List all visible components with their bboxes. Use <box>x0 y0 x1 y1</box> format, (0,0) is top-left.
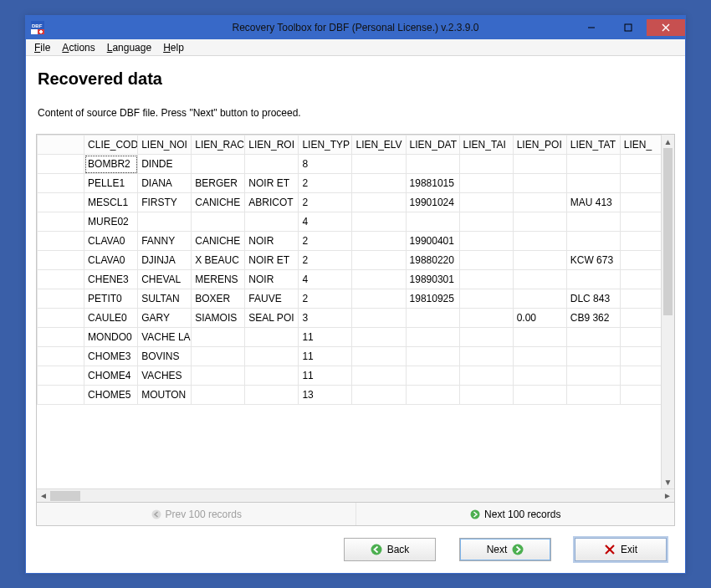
cell[interactable] <box>192 155 245 174</box>
cell[interactable]: BOVINS <box>138 347 192 366</box>
cell[interactable]: 19810925 <box>406 289 459 309</box>
scroll-down-icon[interactable]: ▼ <box>662 475 674 488</box>
cell[interactable]: 11 <box>299 328 352 347</box>
cell[interactable] <box>352 386 406 405</box>
cell[interactable]: FAUVE <box>245 289 299 309</box>
cell[interactable] <box>406 386 459 405</box>
cell[interactable] <box>245 386 299 405</box>
column-header[interactable]: LIEN_NOI <box>138 135 192 155</box>
cell[interactable]: CLAVA0 <box>84 232 138 251</box>
next-button[interactable]: Next <box>459 538 551 561</box>
cell[interactable]: DIANA <box>138 174 192 193</box>
cell[interactable] <box>352 193 406 212</box>
cell[interactable]: VACHES <box>138 366 192 386</box>
table-row[interactable]: CHOME3BOVINS11 <box>38 347 674 366</box>
cell[interactable] <box>513 251 566 270</box>
cell[interactable] <box>245 155 299 174</box>
cell[interactable] <box>513 366 566 386</box>
cell[interactable]: 11 <box>299 347 352 366</box>
cell[interactable]: DINDE <box>138 155 192 174</box>
cell[interactable]: CANICHE <box>192 193 245 212</box>
cell[interactable] <box>245 212 299 232</box>
cell[interactable]: KCW 673 <box>566 251 620 270</box>
column-header[interactable]: LIEN_TAI <box>459 135 513 155</box>
table-row[interactable]: CHOME4VACHES11 <box>38 366 674 386</box>
menu-actions[interactable]: Actions <box>57 41 100 54</box>
cell[interactable]: MAU 413 <box>566 193 620 212</box>
column-header[interactable]: LIEN_TAT <box>566 135 620 155</box>
cell[interactable] <box>459 251 513 270</box>
column-header[interactable]: LIEN_ROI <box>245 135 299 155</box>
prev-records-button[interactable]: Prev 100 records <box>37 503 356 525</box>
vertical-scrollbar[interactable]: ▲ ▼ <box>661 135 674 488</box>
cell[interactable] <box>406 155 459 174</box>
cell[interactable]: CHOME5 <box>84 386 138 405</box>
cell[interactable] <box>566 328 620 347</box>
cell[interactable] <box>406 309 459 328</box>
cell[interactable] <box>192 366 245 386</box>
column-header[interactable]: LIEN_ELV <box>352 135 406 155</box>
table-row[interactable]: PETIT0SULTANBOXERFAUVE219810925DLC 843 <box>38 289 674 309</box>
cell[interactable] <box>352 251 406 270</box>
cell[interactable]: NOIR <box>245 232 299 251</box>
cell[interactable] <box>513 289 566 309</box>
scroll-left-icon[interactable]: ◄ <box>37 489 50 503</box>
cell[interactable] <box>406 212 459 232</box>
cell[interactable] <box>459 366 513 386</box>
cell[interactable] <box>513 328 566 347</box>
cell[interactable]: 0.00 <box>513 309 566 328</box>
horizontal-scrollbar[interactable]: ◄ ► <box>37 488 674 502</box>
cell[interactable] <box>566 174 620 193</box>
cell[interactable] <box>513 155 566 174</box>
horizontal-scroll-thumb[interactable] <box>50 491 80 501</box>
cell[interactable] <box>513 347 566 366</box>
cell[interactable]: CLAVA0 <box>84 251 138 270</box>
cell[interactable] <box>245 328 299 347</box>
cell[interactable] <box>138 212 192 232</box>
cell[interactable]: 2 <box>299 289 352 309</box>
cell[interactable]: GARY <box>138 309 192 328</box>
cell[interactable] <box>566 366 620 386</box>
cell[interactable]: 4 <box>299 212 352 232</box>
cell[interactable]: 8 <box>299 155 352 174</box>
cell[interactable] <box>459 232 513 251</box>
cell[interactable]: 3 <box>299 309 352 328</box>
cell[interactable]: X BEAUC <box>192 251 245 270</box>
cell[interactable] <box>513 232 566 251</box>
table-row[interactable]: MESCL1FIRSTYCANICHEABRICOT219901024MAU 4… <box>38 193 674 212</box>
cell[interactable] <box>352 174 406 193</box>
table-row[interactable]: PELLE1DIANABERGERNOIR ET219881015 <box>38 174 674 193</box>
cell[interactable] <box>352 232 406 251</box>
cell[interactable]: 19880220 <box>406 251 459 270</box>
titlebar[interactable]: DBF Recovery Toolbox for DBF (Personal L… <box>26 16 685 39</box>
cell[interactable]: MESCL1 <box>84 193 138 212</box>
table-row[interactable]: CHENE3CHEVALMERENSNOIR419890301 <box>38 270 674 289</box>
cell[interactable]: 2 <box>299 251 352 270</box>
cell[interactable]: 2 <box>299 174 352 193</box>
cell[interactable] <box>459 289 513 309</box>
cell[interactable] <box>459 155 513 174</box>
cell[interactable] <box>352 289 406 309</box>
cell[interactable] <box>459 328 513 347</box>
cell[interactable]: 2 <box>299 193 352 212</box>
cell[interactable] <box>192 347 245 366</box>
cell[interactable] <box>406 366 459 386</box>
cell[interactable]: PELLE1 <box>84 174 138 193</box>
column-header[interactable]: LIEN_TYP <box>299 135 352 155</box>
cell[interactable]: MERENS <box>192 270 245 289</box>
cell[interactable] <box>406 347 459 366</box>
cell[interactable] <box>352 328 406 347</box>
table-row[interactable]: MONDO0VACHE LA11 <box>38 328 674 347</box>
menu-file[interactable]: File <box>29 41 55 54</box>
cell[interactable] <box>459 212 513 232</box>
cell[interactable]: NOIR <box>245 270 299 289</box>
cell[interactable] <box>459 347 513 366</box>
cell[interactable]: BOMBR2 <box>84 155 138 174</box>
cell[interactable]: ABRICOT <box>245 193 299 212</box>
cell[interactable] <box>513 193 566 212</box>
scroll-up-icon[interactable]: ▲ <box>662 135 674 148</box>
cell[interactable] <box>566 270 620 289</box>
cell[interactable] <box>352 366 406 386</box>
cell[interactable]: CAULE0 <box>84 309 138 328</box>
cell[interactable] <box>566 347 620 366</box>
